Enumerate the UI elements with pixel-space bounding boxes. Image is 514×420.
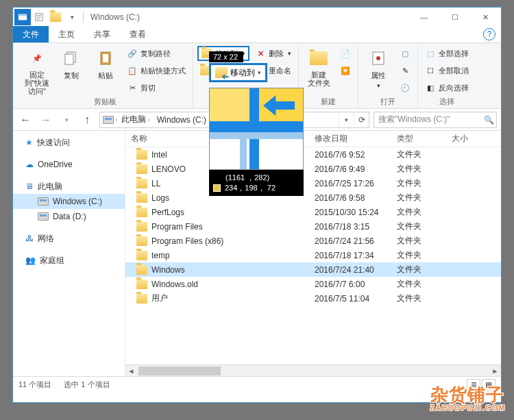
- table-row[interactable]: LL2016/7/25 17:26文件夹: [125, 176, 501, 190]
- crumb-drive[interactable]: Windows (C:): [154, 115, 209, 125]
- select-all-button[interactable]: ⬚全部选择: [422, 46, 472, 61]
- window-title: Windows (C:): [90, 12, 140, 22]
- tab-home[interactable]: 主页: [49, 26, 84, 42]
- close-button[interactable]: ✕: [470, 8, 501, 27]
- file-type: 文件夹: [391, 162, 446, 176]
- select-group-label: 选择: [439, 97, 454, 108]
- sidebar-network[interactable]: 🖧网络: [13, 231, 125, 246]
- address-dropdown-icon[interactable]: ▾: [339, 112, 354, 127]
- tab-file[interactable]: 文件: [13, 26, 49, 42]
- select-none-button[interactable]: ☐全部取消: [422, 63, 472, 78]
- folder-icon: [136, 208, 147, 217]
- file-name: PerfLogs: [151, 208, 184, 217]
- tab-view[interactable]: 查看: [120, 26, 156, 42]
- sidebar-onedrive[interactable]: ☁OneDrive: [13, 157, 125, 172]
- magnifier-info: (1161 ，282) 234，198， 72: [209, 170, 304, 196]
- folder-icon: [136, 294, 147, 304]
- file-type: 文件夹: [391, 219, 446, 234]
- sidebar-this-pc[interactable]: 🖥此电脑: [13, 179, 125, 194]
- paste-shortcut-button[interactable]: 📋粘贴快捷方式: [124, 63, 188, 78]
- edit-button[interactable]: ✎: [397, 63, 413, 78]
- easy-access-button[interactable]: 🔽: [337, 63, 354, 78]
- sidebar-drive-c[interactable]: Windows (C:): [13, 194, 125, 209]
- qat-newfolder-icon[interactable]: [47, 9, 64, 25]
- pixel-rgb: 234，198， 72: [225, 183, 276, 193]
- svg-rect-4: [65, 54, 73, 64]
- svg-rect-6: [103, 54, 108, 62]
- drive-icon: [38, 197, 49, 206]
- table-row[interactable]: temp2016/7/18 17:34文件夹: [125, 248, 501, 262]
- column-headers: 名称 修改日期 类型 大小: [125, 131, 501, 147]
- col-size[interactable]: 大小: [446, 131, 501, 147]
- crumb-pc[interactable]: 此电脑›: [119, 114, 153, 125]
- chevron-down-icon: ▾: [258, 69, 261, 76]
- file-type: 文件夹: [391, 147, 446, 162]
- file-name: LENOVO: [151, 164, 186, 174]
- up-button[interactable]: ↑: [79, 112, 95, 128]
- copy-path-button[interactable]: 🔗复制路径: [124, 46, 188, 61]
- file-date: 2016/7/6 9:58: [309, 190, 391, 205]
- cut-button[interactable]: ✂剪切: [124, 80, 188, 95]
- table-row[interactable]: Program Files (x86)2016/7/24 21:56文件夹: [125, 234, 501, 248]
- file-date: 2016/7/24 21:40: [309, 262, 391, 277]
- recent-dropdown[interactable]: ▾: [58, 112, 75, 128]
- table-row[interactable]: 用户2016/7/5 11:04文件夹: [125, 291, 501, 306]
- table-row[interactable]: Windows.old2016/7/7 6:00文件夹: [125, 277, 501, 291]
- paste-button[interactable]: 粘贴: [90, 46, 121, 81]
- table-row[interactable]: Windows2016/7/24 21:40文件夹: [125, 262, 501, 277]
- paste-label: 粘贴: [98, 71, 113, 81]
- table-row[interactable]: Intel2016/7/6 9:52文件夹: [125, 147, 501, 162]
- color-swatch: [213, 184, 221, 192]
- scroll-thumb[interactable]: [138, 367, 221, 375]
- table-row[interactable]: Program Files2016/7/18 3:15文件夹: [125, 219, 501, 234]
- file-list-pane: 名称 修改日期 类型 大小 Intel2016/7/6 9:52文件夹LENOV…: [125, 131, 501, 376]
- help-icon[interactable]: ?: [483, 28, 495, 40]
- item-count: 11 个项目: [19, 380, 51, 390]
- app-icon[interactable]: [14, 9, 31, 25]
- search-input[interactable]: 搜索"Windows (C:)" 🔍: [374, 112, 497, 128]
- history-button[interactable]: 🕘: [397, 80, 413, 95]
- scroll-right-icon[interactable]: ►: [489, 367, 501, 375]
- sidebar-quick-access[interactable]: ★快速访问: [13, 135, 125, 150]
- qat-properties-icon[interactable]: [31, 9, 47, 25]
- refresh-icon[interactable]: ⟳: [354, 112, 369, 127]
- file-type: 文件夹: [391, 205, 446, 219]
- file-date: 2016/7/5 11:04: [309, 291, 391, 306]
- file-type: 文件夹: [391, 248, 446, 262]
- table-row[interactable]: LENOVO2016/7/6 9:49文件夹: [125, 162, 501, 176]
- file-name: Windows.old: [151, 280, 198, 289]
- clipboard-group-label: 剪贴板: [94, 97, 117, 108]
- folder-icon: [136, 179, 147, 188]
- col-type[interactable]: 类型: [391, 131, 446, 147]
- file-type: 文件夹: [391, 234, 446, 248]
- sidebar-homegroup[interactable]: 👥家庭组: [13, 253, 125, 268]
- maximize-button[interactable]: ☐: [439, 8, 470, 27]
- file-name: Logs: [151, 193, 169, 203]
- table-row[interactable]: PerfLogs2015/10/30 15:24文件夹: [125, 205, 501, 219]
- pin-button[interactable]: 📌固定到"快速访问": [21, 46, 53, 95]
- open-button[interactable]: ▢: [397, 46, 413, 61]
- qat-dropdown-icon[interactable]: ▾: [64, 9, 80, 25]
- forward-button[interactable]: →: [38, 112, 54, 128]
- file-rows: Intel2016/7/6 9:52文件夹LENOVO2016/7/6 9:49…: [125, 147, 501, 365]
- col-date[interactable]: 修改日期: [309, 131, 391, 147]
- tab-share[interactable]: 共享: [84, 26, 120, 42]
- titlebar: ▾ Windows (C:) — ☐ ✕: [13, 8, 501, 27]
- minimize-button[interactable]: —: [408, 8, 439, 27]
- copy-button[interactable]: 复制: [56, 46, 87, 81]
- invert-selection-button[interactable]: ◧反向选择: [422, 80, 472, 95]
- file-date: 2016/7/24 21:56: [309, 234, 391, 248]
- properties-button[interactable]: 属性▾: [363, 46, 394, 89]
- horizontal-scrollbar[interactable]: ◄ ►: [125, 365, 501, 376]
- pixel-magnifier: (1161 ，282) 234，198， 72: [209, 88, 304, 196]
- back-button[interactable]: ←: [17, 112, 34, 128]
- new-item-button[interactable]: 📄: [337, 46, 354, 61]
- sidebar-drive-d[interactable]: Data (D:): [13, 209, 125, 224]
- file-name: Program Files: [151, 222, 203, 232]
- scroll-left-icon[interactable]: ◄: [125, 367, 137, 375]
- svg-rect-1: [19, 14, 27, 16]
- new-folder-button[interactable]: 新建 文件夹: [303, 46, 334, 87]
- folder-icon: [136, 280, 147, 289]
- table-row[interactable]: Logs2016/7/6 9:58文件夹: [125, 190, 501, 205]
- search-icon[interactable]: 🔍: [481, 115, 496, 125]
